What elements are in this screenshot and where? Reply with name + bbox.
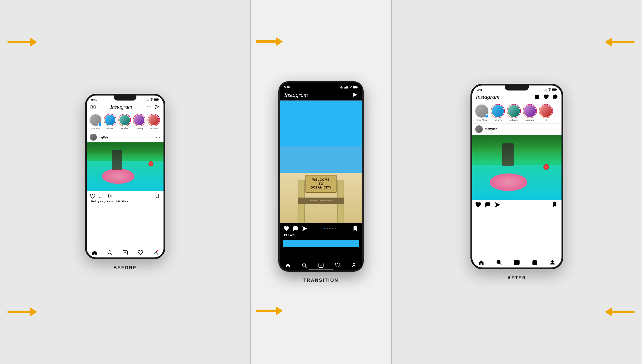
- after-header-add-icon[interactable]: [534, 94, 540, 100]
- post-icon[interactable]: [146, 104, 152, 110]
- battery-icon: [154, 98, 159, 101]
- trans-blue-bar: [283, 240, 359, 247]
- after-nav-search[interactable]: [496, 259, 503, 266]
- after-header-heart-icon[interactable]: [543, 94, 549, 100]
- trans-direct-icon[interactable]: [352, 92, 358, 98]
- trans-nav-home[interactable]: [285, 262, 291, 268]
- before-story-label-zittsman: zittsman: [150, 127, 158, 130]
- before-save-btn[interactable]: [155, 193, 160, 199]
- after-reels-svg: [514, 259, 520, 265]
- trans-nav-search[interactable]: [301, 262, 308, 268]
- trans-share-svg: [302, 226, 307, 231]
- before-post-menu[interactable]: ···: [156, 135, 160, 139]
- after-nav-reels[interactable]: [513, 259, 520, 266]
- trans-bottom-nav: [280, 260, 362, 270]
- after-story-label-vvwang: vvwang: [526, 119, 534, 121]
- svg-rect-40: [552, 89, 556, 90]
- after-add-svg: [534, 94, 539, 99]
- svg-rect-34: [544, 90, 544, 91]
- after-ig-header: Instagram: [472, 93, 561, 102]
- svg-rect-20: [346, 86, 347, 88]
- after-story-ninanyc[interactable]: ninanyc: [491, 104, 505, 121]
- before-nav-search[interactable]: [107, 249, 113, 256]
- after-share-btn[interactable]: [494, 202, 500, 208]
- after-stories-row: + Your Story ninanyc arbales: [472, 102, 561, 124]
- after-header-dm-icon[interactable]: [552, 94, 558, 100]
- direct-icon[interactable]: [154, 104, 160, 110]
- svg-rect-7: [158, 99, 159, 100]
- trans-share-btn[interactable]: [302, 226, 307, 231]
- svg-point-17: [155, 251, 157, 252]
- after-comment-btn[interactable]: [485, 202, 491, 208]
- trans-home-svg: [285, 262, 291, 268]
- search-svg: [107, 250, 113, 255]
- before-nav-profile[interactable]: [152, 249, 159, 256]
- heart-nav-svg: [138, 250, 143, 255]
- trans-save-btn[interactable]: [353, 226, 358, 231]
- trans-heart-nav-svg: [335, 262, 340, 268]
- before-arrow-bottom: [8, 307, 37, 316]
- trans-profile-svg: [351, 262, 357, 268]
- before-ig-header: Instagram: [87, 103, 164, 112]
- after-story-vvwang[interactable]: vvwang: [523, 104, 537, 121]
- svg-rect-0: [146, 100, 146, 101]
- svg-rect-37: [547, 88, 547, 91]
- before-nav-heart[interactable]: [137, 249, 144, 256]
- after-home-svg: [478, 259, 484, 265]
- before-post-header: mqttyler ···: [87, 132, 164, 142]
- svg-point-8: [92, 106, 94, 108]
- home-svg: [92, 250, 97, 255]
- before-like-btn[interactable]: [90, 193, 95, 199]
- comment-svg: [98, 193, 104, 199]
- after-nav-profile[interactable]: [549, 259, 556, 266]
- trans-story-area: [280, 101, 362, 146]
- after-post-menu[interactable]: ···: [554, 127, 558, 131]
- add-svg: [122, 250, 128, 255]
- after-story-your-story[interactable]: + Your Story: [475, 104, 489, 121]
- before-nav-home[interactable]: [91, 249, 98, 256]
- after-story-arbales[interactable]: arbales: [507, 104, 521, 121]
- trans-bookmark-svg: [353, 226, 357, 231]
- before-story-label-your: Your Story: [91, 127, 100, 130]
- before-nav-add[interactable]: [122, 249, 128, 256]
- trans-post-actions: [280, 223, 362, 233]
- signal-icon: [146, 98, 149, 101]
- after-save-btn[interactable]: [552, 202, 558, 208]
- before-story-arbales[interactable]: arbales: [118, 114, 131, 130]
- trans-ig-header: Instagram: [280, 90, 362, 101]
- svg-line-47: [500, 263, 502, 265]
- trans-comment-btn[interactable]: [293, 226, 298, 231]
- trans-nav-add[interactable]: [318, 262, 324, 268]
- before-post-username: mqttyler: [99, 136, 110, 139]
- before-comment-btn[interactable]: [98, 193, 104, 199]
- before-share-btn[interactable]: [107, 193, 112, 199]
- before-story-vvwang[interactable]: vvwang: [133, 114, 145, 130]
- after-like-btn[interactable]: [475, 202, 481, 208]
- after-nav-home[interactable]: [478, 259, 485, 266]
- trans-sign-line2: TO: [310, 182, 332, 186]
- after-ig-logo: Instagram: [476, 94, 499, 100]
- trans-nav-heart[interactable]: [334, 262, 341, 268]
- svg-point-46: [497, 260, 500, 264]
- heart-outline-svg: [90, 194, 95, 199]
- trans-like-btn[interactable]: [284, 226, 289, 231]
- svg-rect-18: [344, 87, 345, 88]
- trans-nav-profile[interactable]: [351, 262, 357, 268]
- svg-line-13: [111, 253, 112, 255]
- after-signal-icon: [544, 88, 547, 91]
- before-story-ninanyc[interactable]: ninanyc: [104, 114, 116, 130]
- after-search-svg: [496, 259, 502, 265]
- before-story-your-story[interactable]: + Your Story: [89, 114, 102, 130]
- after-post-image: [472, 135, 561, 200]
- before-section: 9:41: [0, 0, 250, 364]
- trans-direct-svg: [352, 92, 357, 98]
- svg-point-38: [549, 90, 550, 91]
- after-bottom-nav: [472, 257, 561, 267]
- after-story-zitt[interactable]: zitt: [539, 104, 553, 121]
- after-nav-shop[interactable]: [531, 259, 538, 266]
- wifi-icon: [150, 98, 153, 101]
- after-bookmark-svg: [552, 202, 557, 207]
- after-battery-icon: [552, 88, 557, 91]
- before-story-zittsman[interactable]: zittsman: [147, 114, 160, 130]
- camera-icon[interactable]: [90, 104, 96, 110]
